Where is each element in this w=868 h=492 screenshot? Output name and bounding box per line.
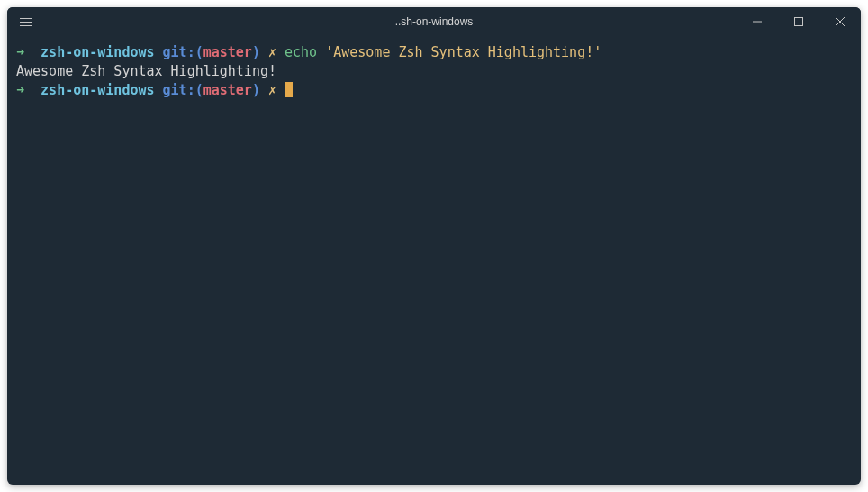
svg-rect-1 (795, 18, 803, 26)
git-label: git: (163, 44, 195, 60)
prompt-arrow-icon: ➜ (16, 44, 24, 60)
dirty-mark-icon: ✗ (268, 44, 276, 60)
git-branch: master (203, 44, 252, 60)
cursor (285, 82, 293, 97)
git-branch: master (203, 82, 252, 98)
output-line: Awesome Zsh Syntax Highlighting! (16, 62, 852, 81)
prompt-dir: zsh-on-windows (41, 44, 154, 60)
dirty-mark-icon: ✗ (268, 82, 276, 98)
titlebar: ..sh-on-windows (7, 7, 861, 36)
prompt-line-1: ➜ zsh-on-windows git:(master) ✗ echo 'Aw… (16, 43, 852, 62)
prompt-dir: zsh-on-windows (41, 82, 154, 98)
prompt-line-2: ➜ zsh-on-windows git:(master) ✗ (16, 81, 852, 100)
close-button[interactable] (819, 7, 861, 36)
paren-open: ( (195, 82, 203, 98)
command-arg: 'Awesome Zsh Syntax Highlighting!' (325, 44, 601, 60)
window-title: ..sh-on-windows (395, 15, 474, 28)
window-controls (737, 7, 861, 36)
maximize-button[interactable] (778, 7, 819, 36)
menu-icon[interactable] (7, 18, 45, 26)
prompt-arrow-icon: ➜ (16, 82, 24, 98)
minimize-button[interactable] (737, 7, 778, 36)
terminal-window: ..sh-on-windows ➜ zsh-on-windows git:(ma… (7, 7, 861, 485)
paren-close: ) (252, 44, 260, 60)
command: echo (285, 44, 317, 60)
paren-close: ) (252, 82, 260, 98)
paren-open: ( (195, 44, 203, 60)
command-output: Awesome Zsh Syntax Highlighting! (16, 63, 276, 79)
git-label: git: (163, 82, 195, 98)
terminal-body[interactable]: ➜ zsh-on-windows git:(master) ✗ echo 'Aw… (7, 36, 861, 485)
